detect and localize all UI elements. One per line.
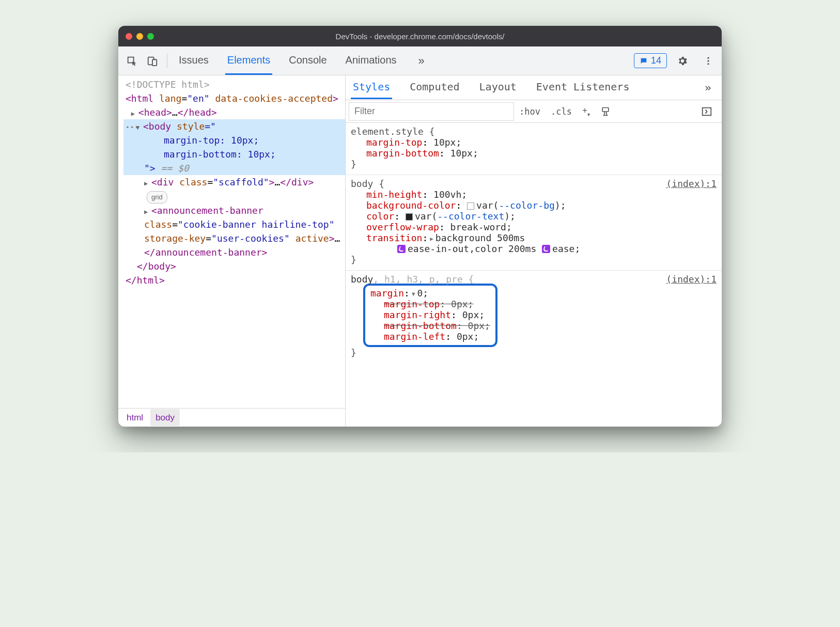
settings-icon[interactable] (672, 51, 693, 71)
devtools-window: DevTools - developer.chrome.com/docs/dev… (118, 26, 722, 427)
head-tag[interactable]: ▶<head>…</head> (123, 105, 345, 119)
main-tabs: Issues Elements Console Animations » (177, 46, 430, 75)
svg-rect-5 (602, 107, 609, 112)
new-rule-button[interactable]: +▾ (577, 105, 595, 117)
rule-body-group[interactable]: (index):1 body, h1, h3, p, pre { margin:… (346, 271, 722, 363)
force-state-button[interactable]: :hov (514, 106, 546, 117)
subtab-computed[interactable]: Computed (408, 76, 461, 99)
expand-icon[interactable]: ▶ (131, 109, 137, 118)
color-swatch-icon[interactable] (467, 202, 474, 210)
styles-toolbar: :hov .cls +▾ (346, 100, 722, 123)
tab-issues[interactable]: Issues (177, 46, 211, 75)
subtab-event-listeners[interactable]: Event Listeners (534, 76, 632, 99)
tab-elements[interactable]: Elements (225, 46, 272, 75)
margin-left: margin-left: 0px; (370, 331, 490, 342)
expand-icon[interactable]: ▶ (144, 179, 150, 188)
rule-body[interactable]: (index):1 body { min-height: 100vh; back… (346, 175, 722, 271)
style-margin-top: margin-top: 10px; (164, 135, 259, 146)
dollar-0-indicator: == $0 (161, 163, 189, 174)
inspect-element-icon[interactable] (121, 51, 142, 71)
rule-element-style[interactable]: element.style { margin-top: 10px; margin… (346, 123, 722, 175)
bezier-editor-icon[interactable] (397, 245, 406, 253)
computed-toggle-icon[interactable] (696, 106, 718, 117)
expand-shorthand-icon[interactable]: ▶ (430, 236, 433, 242)
source-link[interactable]: (index):1 (666, 274, 717, 285)
body-close[interactable]: </body> (123, 259, 345, 273)
crumb-html[interactable]: html (121, 409, 148, 427)
overridden-margin-bottom: margin-bottom: 0px; (370, 320, 490, 331)
classes-button[interactable]: .cls (546, 106, 577, 117)
collapse-shorthand-icon[interactable]: ▼ (412, 291, 415, 297)
traffic-lights (126, 33, 154, 40)
panes: <!DOCTYPE html> <html lang="en" data-coo… (118, 75, 722, 427)
css-rules: element.style { margin-top: 10px; margin… (346, 123, 722, 427)
tab-animations[interactable]: Animations (344, 46, 399, 75)
selector: body { (351, 178, 717, 189)
grid-badge[interactable]: grid (147, 191, 167, 203)
svg-point-4 (707, 63, 709, 65)
selector: body, h1, h3, p, pre { (351, 274, 717, 285)
filter-input[interactable] (349, 102, 514, 121)
highlighted-declarations: margin:▼0; margin-top: 0px; margin-right… (363, 284, 497, 347)
div-scaffold[interactable]: ▶<div class="scaffold">…</div> (123, 175, 345, 189)
minimize-window-button[interactable] (136, 33, 143, 40)
style-margin-bottom: margin-bottom: 10px; (164, 149, 276, 160)
window-title: DevTools - developer.chrome.com/docs/dev… (118, 32, 722, 41)
subtab-layout[interactable]: Layout (477, 76, 519, 99)
selector: element.style { (351, 126, 717, 137)
more-subtabs-icon[interactable]: » (699, 81, 717, 94)
separator (167, 54, 167, 68)
styles-pane: Styles Computed Layout Event Listeners »… (346, 75, 722, 427)
svg-point-3 (707, 60, 709, 61)
color-swatch-icon[interactable] (406, 213, 413, 221)
announcement-banner[interactable]: ▶<announcement-banner class="cookie-bann… (123, 203, 345, 259)
expand-icon[interactable]: ▶ (144, 207, 150, 216)
device-toggle-icon[interactable] (142, 51, 163, 71)
body-tag-selected[interactable]: •••▼<body style=" margin-top: 10px; marg… (123, 119, 345, 175)
dom-tree[interactable]: <!DOCTYPE html> <html lang="en" data-coo… (118, 75, 345, 408)
more-tabs-icon[interactable]: » (413, 54, 430, 68)
svg-point-2 (707, 57, 709, 58)
messages-count: 14 (651, 55, 661, 66)
html-tag[interactable]: <html lang="en" data-cookies-accepted> (123, 91, 345, 105)
doctype[interactable]: <!DOCTYPE html> (123, 77, 345, 91)
titlebar: DevTools - developer.chrome.com/docs/dev… (118, 26, 722, 46)
main-toolbar: Issues Elements Console Animations » 14 (118, 46, 722, 75)
crumb-body[interactable]: body (150, 409, 180, 427)
elements-pane: <!DOCTYPE html> <html lang="en" data-coo… (118, 75, 346, 427)
source-link[interactable]: (index):1 (666, 178, 717, 189)
bezier-editor-icon[interactable] (542, 245, 550, 253)
messages-badge[interactable]: 14 (634, 53, 667, 68)
overridden-margin-top: margin-top: 0px; (370, 299, 490, 309)
breadcrumbs: html body (118, 408, 345, 427)
svg-rect-1 (152, 59, 157, 66)
styles-subtabs: Styles Computed Layout Event Listeners » (346, 75, 722, 100)
maximize-window-button[interactable] (147, 33, 154, 40)
close-window-button[interactable] (126, 33, 132, 40)
tab-console[interactable]: Console (287, 46, 329, 75)
paint-brush-icon[interactable] (595, 106, 616, 117)
subtab-styles[interactable]: Styles (351, 76, 392, 99)
kebab-menu-icon[interactable] (698, 51, 719, 71)
margin-right: margin-right: 0px; (370, 309, 490, 320)
html-close[interactable]: </html> (123, 273, 345, 287)
collapse-icon[interactable]: ▼ (136, 123, 142, 132)
